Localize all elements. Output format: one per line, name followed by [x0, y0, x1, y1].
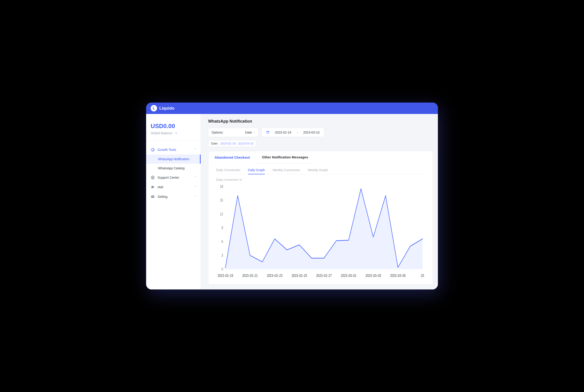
svg-rect-4	[151, 196, 154, 198]
svg-text:9: 9	[222, 226, 223, 230]
sidebar-group-label: Setting	[158, 195, 168, 198]
date-to: 2023-03-10	[303, 130, 320, 134]
options-select-label: Options:	[212, 130, 224, 134]
brand-logo-icon: L	[151, 105, 157, 112]
filter-row: Options: Date ▾ 2023-02-19 - 2023-03-10	[208, 128, 433, 137]
filter-chips-row: Date : 2023-02-19 - 2023-03-10	[208, 140, 433, 147]
ticket-icon	[151, 195, 155, 199]
sidebar-group-iam[interactable]: IAM ˅	[146, 182, 200, 192]
svg-text:0: 0	[222, 267, 223, 271]
svg-text:2023–02–25: 2023–02–25	[292, 274, 307, 278]
sub-tab-weekly-graph[interactable]: Weekly Graph	[308, 168, 328, 174]
sidebar-item-label: WhatsApp Notification	[158, 157, 190, 161]
svg-text:6: 6	[222, 240, 223, 244]
users-icon	[151, 185, 155, 189]
sidebar-group-label: Growth Tools	[158, 148, 176, 152]
sub-tab-label: Daily Graph	[248, 168, 265, 172]
sidebar-nav: Growth Tools ˄ WhatsApp Notification Wha…	[146, 141, 200, 202]
svg-text:2023–03–05: 2023–03–05	[390, 274, 406, 278]
topbar: L Liquido	[146, 102, 438, 114]
filter-chip-date[interactable]: Date : 2023-02-19 - 2023-03-10	[208, 140, 256, 147]
sidebar-item-whatsapp-notification[interactable]: WhatsApp Notification	[146, 154, 200, 164]
svg-text:18: 18	[220, 184, 223, 188]
whatsapp-icon	[151, 148, 155, 152]
svg-point-0	[151, 148, 154, 151]
sidebar-item-whatsapp-catalog[interactable]: WhatsApp Catalog	[146, 164, 200, 173]
decorative-world-map	[184, 102, 433, 114]
sidebar-group-growth-tools[interactable]: Growth Tools ˄	[146, 145, 200, 154]
balance-label-row: Global Balance →	[151, 131, 196, 135]
chip-value: 2023-02-19 - 2023-03-10	[220, 142, 254, 145]
svg-text:3: 3	[222, 253, 223, 257]
svg-text:15: 15	[220, 198, 223, 202]
svg-text:2023–02–23: 2023–02–23	[267, 274, 282, 278]
svg-text:2023–03–03: 2023–03–03	[366, 274, 381, 278]
tab-other-notification-messages[interactable]: Other Notification Messages	[256, 151, 314, 164]
page-title: WhatsApp Notification	[208, 119, 433, 124]
balance-amount: USD0.00	[151, 122, 196, 130]
date-range-picker[interactable]: 2023-02-19 - 2023-03-10	[262, 128, 324, 137]
date-separator: -	[297, 130, 298, 134]
sidebar-group-support-center[interactable]: Support Center ˅	[146, 173, 200, 182]
sidebar: USD0.00 Global Balance → Growth Tools ˄	[146, 114, 201, 290]
svg-text:2023–03–01: 2023–03–01	[341, 274, 356, 278]
chart-panel: Abandoned Checkout Other Notification Me…	[208, 151, 433, 284]
sub-tab-label: Weekly Conversion	[272, 168, 300, 172]
svg-text:12: 12	[220, 212, 223, 216]
sidebar-group-label: Support Center	[158, 176, 179, 179]
chart-title: Daily Conversion %	[216, 178, 425, 182]
svg-text:2023–02–27: 2023–02–27	[316, 274, 332, 278]
svg-point-2	[152, 186, 153, 187]
brand-name: Liquido	[159, 106, 174, 111]
main-content: WhatsApp Notification Options: Date ▾ 20…	[201, 114, 438, 290]
chevron-down-icon: ˅	[195, 176, 196, 179]
sub-tabs: Daily Conversion Daily Graph Weekly Conv…	[216, 168, 425, 174]
tab-abandoned-checkout[interactable]: Abandoned Checkout	[208, 151, 256, 164]
chevron-down-icon: ▾	[254, 131, 255, 134]
sub-tab-label: Daily Conversion	[216, 168, 240, 172]
chevron-down-icon: ˅	[195, 195, 196, 198]
chevron-up-icon: ˄	[195, 148, 196, 151]
line-chart: 03691215182023–02–192023–02–212023–02–23…	[216, 183, 425, 279]
tab-label: Other Notification Messages	[262, 155, 308, 159]
svg-text:20: 20	[421, 274, 424, 278]
support-icon	[151, 176, 155, 180]
svg-point-3	[153, 186, 154, 187]
sidebar-group-setting[interactable]: Setting ˅	[146, 192, 200, 202]
svg-text:2023–02–19: 2023–02–19	[218, 274, 233, 278]
balance-label: Global Balance	[151, 131, 172, 135]
sidebar-item-label: WhatsApp Catalog	[158, 166, 185, 170]
sidebar-group-label: IAM	[158, 185, 163, 189]
svg-text:2023–02–21: 2023–02–21	[242, 274, 258, 278]
app-window: L Liquido USD0.00 Global Balance → G	[146, 102, 438, 290]
arrow-right-icon: →	[174, 131, 178, 135]
calendar-icon	[266, 130, 270, 134]
sub-tab-label: Weekly Graph	[308, 168, 328, 172]
chart-area: 03691215182023–02–192023–02–212023–02–23…	[216, 183, 425, 279]
svg-rect-5	[267, 131, 269, 133]
balance-block[interactable]: USD0.00 Global Balance →	[146, 118, 200, 141]
chevron-down-icon: ˅	[195, 186, 196, 189]
sub-tab-daily-conversion[interactable]: Daily Conversion	[216, 168, 240, 174]
options-select-value: Date	[245, 130, 252, 134]
main-tabs: Abandoned Checkout Other Notification Me…	[208, 151, 433, 164]
sub-tab-weekly-conversion[interactable]: Weekly Conversion	[272, 168, 300, 174]
sub-tab-daily-graph[interactable]: Daily Graph	[248, 168, 265, 174]
tab-label: Abandoned Checkout	[214, 156, 250, 159]
date-from: 2023-02-19	[275, 130, 291, 134]
options-select[interactable]: Options: Date ▾	[208, 128, 258, 137]
chip-label: Date :	[211, 142, 219, 145]
